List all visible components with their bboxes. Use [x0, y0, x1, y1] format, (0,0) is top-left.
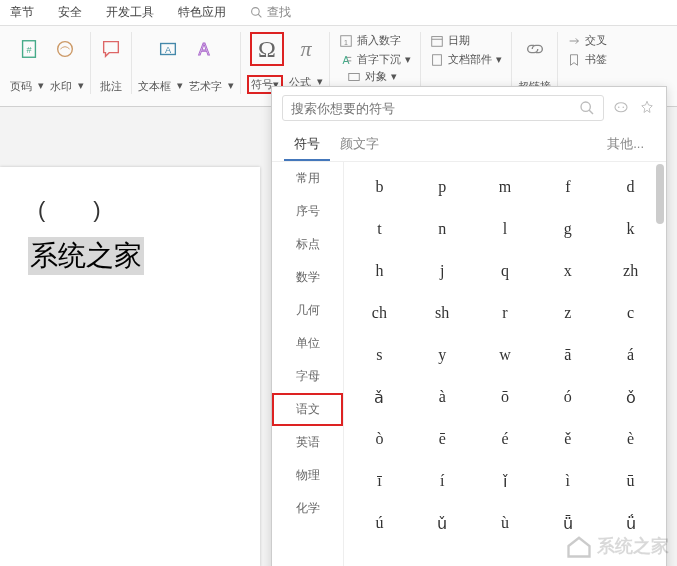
symbol-cell[interactable]: á: [599, 334, 662, 376]
page-number-label[interactable]: 页码: [10, 79, 32, 94]
symbol-cell[interactable]: ó: [536, 376, 599, 418]
symbol-cell[interactable]: ù: [474, 502, 537, 544]
search-icon[interactable]: [579, 100, 595, 116]
menu-item-devtools[interactable]: 开发工具: [106, 4, 154, 21]
symbol-cell[interactable]: h: [348, 250, 411, 292]
watermark-label[interactable]: 水印: [50, 79, 72, 94]
tab-other[interactable]: 其他...: [597, 129, 654, 161]
symbol-cell[interactable]: í: [411, 460, 474, 502]
toolbar-group-symbol: Ω π 符号▾ 公式▾: [241, 32, 330, 94]
comment-icon[interactable]: [97, 35, 125, 63]
symbol-cell[interactable]: s: [348, 334, 411, 376]
category-item-9[interactable]: 物理: [272, 459, 343, 492]
symbol-cell[interactable]: ǎ: [348, 376, 411, 418]
symbol-cell[interactable]: c: [599, 292, 662, 334]
category-item-0[interactable]: 常用: [272, 162, 343, 195]
symbol-cell[interactable]: q: [474, 250, 537, 292]
drop-cap-button[interactable]: A首字下沉▾: [336, 51, 414, 68]
symbol-cell[interactable]: t: [348, 208, 411, 250]
symbol-cell[interactable]: w: [474, 334, 537, 376]
scrollbar-thumb[interactable]: [656, 164, 664, 224]
symbol-icon[interactable]: Ω: [253, 35, 281, 63]
symbol-search-box[interactable]: [282, 95, 604, 121]
symbol-cell[interactable]: ch: [348, 292, 411, 334]
symbol-cell[interactable]: n: [411, 208, 474, 250]
comment-label[interactable]: 批注: [100, 79, 122, 94]
doc-parts-button[interactable]: 文档部件▾: [427, 51, 505, 68]
category-item-4[interactable]: 几何: [272, 294, 343, 327]
symbol-cell[interactable]: ě: [536, 418, 599, 460]
symbol-cell[interactable]: ō: [474, 376, 537, 418]
symbol-cell[interactable]: sh: [411, 292, 474, 334]
symbol-cell[interactable]: é: [474, 418, 537, 460]
category-item-6[interactable]: 字母: [272, 360, 343, 393]
search-indicator[interactable]: 查找: [250, 4, 291, 21]
category-item-7[interactable]: 语文: [272, 393, 343, 426]
symbol-cell[interactable]: à: [411, 376, 474, 418]
symbol-category-list[interactable]: 常用序号标点数学几何单位字母语文英语物理化学: [272, 162, 344, 566]
wordart-label[interactable]: 艺术字: [189, 79, 222, 94]
svg-point-22: [615, 103, 627, 112]
menu-item-chapter[interactable]: 章节: [10, 4, 34, 21]
tab-symbols[interactable]: 符号: [284, 129, 330, 161]
symbol-cell[interactable]: ū: [599, 460, 662, 502]
symbol-cell[interactable]: j: [411, 250, 474, 292]
menu-item-security[interactable]: 安全: [58, 4, 82, 21]
category-item-5[interactable]: 单位: [272, 327, 343, 360]
category-item-10[interactable]: 化学: [272, 492, 343, 525]
date-button[interactable]: 日期: [427, 32, 505, 49]
category-item-2[interactable]: 标点: [272, 228, 343, 261]
category-item-1[interactable]: 序号: [272, 195, 343, 228]
symbol-cell[interactable]: ú: [348, 502, 411, 544]
symbol-panel-tabs: 符号 颜文字 其他...: [272, 129, 666, 162]
watermark-icon[interactable]: [51, 35, 79, 63]
svg-rect-13: [349, 73, 360, 80]
symbol-cell[interactable]: zh: [599, 250, 662, 292]
feedback-icon[interactable]: [612, 99, 630, 117]
symbol-cell[interactable]: r: [474, 292, 537, 334]
svg-text:1: 1: [344, 38, 348, 45]
tab-emoticons[interactable]: 颜文字: [330, 129, 389, 161]
selected-text[interactable]: 系统之家: [28, 237, 144, 275]
watermark-logo: 系统之家: [565, 532, 669, 560]
symbol-cell[interactable]: m: [474, 166, 537, 208]
symbol-cell[interactable]: f: [536, 166, 599, 208]
symbol-cell[interactable]: d: [599, 166, 662, 208]
symbol-cell[interactable]: ò: [348, 418, 411, 460]
hyperlink-icon[interactable]: [521, 35, 549, 63]
pin-icon[interactable]: [638, 99, 656, 117]
symbol-cell[interactable]: ī: [348, 460, 411, 502]
crossref-button[interactable]: 交叉: [564, 32, 610, 49]
symbol-search-input[interactable]: [291, 101, 579, 116]
formula-icon[interactable]: π: [292, 35, 320, 63]
symbol-cell[interactable]: b: [348, 166, 411, 208]
object-button[interactable]: 对象▾: [344, 68, 412, 85]
symbol-cell[interactable]: k: [599, 208, 662, 250]
symbol-cell[interactable]: ē: [411, 418, 474, 460]
insert-number-button[interactable]: 1插入数字: [336, 32, 414, 49]
symbol-cell[interactable]: ā: [536, 334, 599, 376]
symbol-cell[interactable]: z: [536, 292, 599, 334]
document-page[interactable]: () 系统之家: [0, 167, 260, 566]
symbol-cell[interactable]: è: [599, 418, 662, 460]
symbol-cell[interactable]: ǒ: [599, 376, 662, 418]
symbol-cell[interactable]: l: [474, 208, 537, 250]
category-item-3[interactable]: 数学: [272, 261, 343, 294]
svg-text:#: #: [26, 45, 32, 55]
menu-item-features[interactable]: 特色应用: [178, 4, 226, 21]
svg-text:A: A: [343, 54, 350, 66]
symbol-cell[interactable]: y: [411, 334, 474, 376]
category-item-8[interactable]: 英语: [272, 426, 343, 459]
symbol-cell[interactable]: x: [536, 250, 599, 292]
symbol-cell[interactable]: ǐ: [474, 460, 537, 502]
symbol-cell[interactable]: p: [411, 166, 474, 208]
symbol-cell[interactable]: ì: [536, 460, 599, 502]
page-number-icon[interactable]: #: [15, 35, 43, 63]
symbol-cell[interactable]: ǔ: [411, 502, 474, 544]
wordart-icon[interactable]: A: [190, 35, 218, 63]
textbox-icon[interactable]: A: [154, 35, 182, 63]
textbox-label[interactable]: 文本框: [138, 79, 171, 94]
bookmark-button[interactable]: 书签: [564, 51, 610, 68]
symbol-cell[interactable]: g: [536, 208, 599, 250]
toolbar-group-link: 超链接: [512, 32, 558, 94]
